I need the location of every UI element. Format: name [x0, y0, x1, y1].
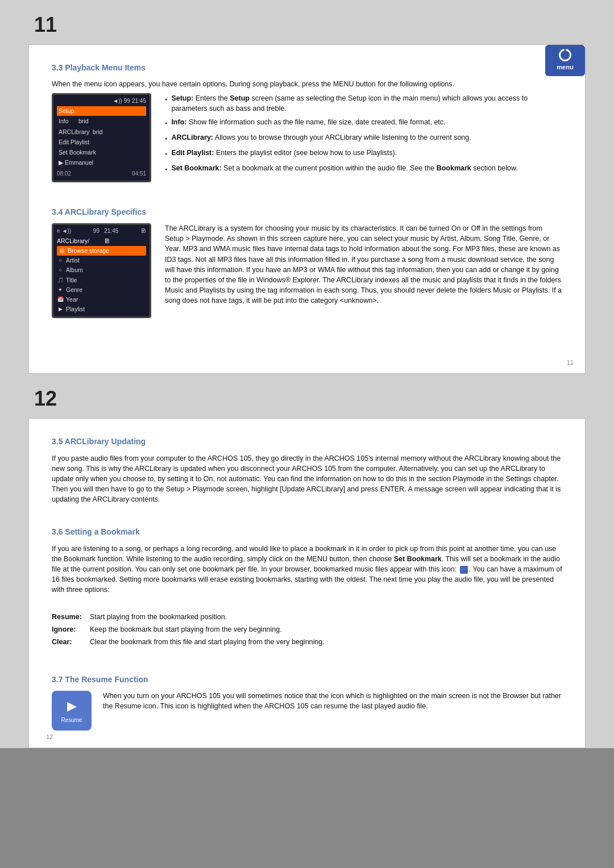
- bullet-dot-3: •: [165, 134, 167, 144]
- arc-item-artist: ○ Artist: [57, 256, 146, 265]
- device-screen-playback: ◄)) 99 21:45 Setup Info brid ARCLibrary …: [52, 93, 151, 182]
- artist-icon: ○: [57, 257, 64, 264]
- power-circle-icon: [559, 49, 571, 61]
- arc-icons: ≡ ◄)): [57, 227, 71, 236]
- arc-item-year: 📅 Year: [57, 295, 146, 304]
- playlist-icon: ▶: [57, 306, 64, 313]
- option-ignore-desc: Keep the bookmark but start playing from…: [90, 624, 282, 635]
- bullet-setbookmark: • Set Bookmark: Set a bookmark at the cu…: [165, 163, 562, 175]
- section-35-title: 3.5 ARCLibrary Updating: [52, 436, 562, 447]
- option-ignore-label: Ignore:: [52, 624, 83, 635]
- page-11-wrapper: 11 3.3 Playback Menu Items When the menu…: [0, 0, 614, 748]
- bookmark-options-table: Resume: Start playing from the bookmarke…: [52, 612, 562, 647]
- menu-item-setup: Setup: [57, 106, 146, 116]
- arc-item-album: ○ Album: [57, 265, 146, 275]
- arc-item-year-label: Year: [66, 295, 78, 304]
- browse-storage-icon: ▤: [59, 248, 65, 254]
- arc-item-title-label: Title: [66, 276, 77, 285]
- arc-item-title: 🎵 Title: [57, 276, 146, 285]
- arc-item-genre-label: Genre: [66, 286, 82, 294]
- bullet-editplaylist: • Edit Playlist: Enters the playlist edi…: [165, 148, 562, 160]
- device-playback-screen: ◄)) 99 21:45 Setup Info brid ARCLibrary …: [52, 93, 151, 182]
- arc-item-playlist: ▶ Playlist: [57, 304, 146, 314]
- status-bar: ◄)) 99 21:45: [57, 97, 146, 106]
- option-clear-desc: Clear the bookmark from this file and st…: [90, 637, 325, 647]
- section-37-text: When you turn on your ARCHOS 105 you wil…: [103, 691, 562, 711]
- bullet-setbookmark-text: Set Bookmark: Set a bookmark at the curr…: [171, 163, 517, 173]
- arc-status-bar: ≡ ◄)) 99 21:45 🖹: [57, 227, 146, 236]
- section-33-intro: When the menu icon appears, you have cer…: [52, 79, 562, 89]
- page-11-bottom-num: 11: [567, 358, 574, 368]
- arc-clock: 99 21:45: [93, 227, 118, 236]
- bullet-dot-1: •: [165, 95, 167, 105]
- section-36-title: 3.6 Setting a Bookmark: [52, 526, 562, 537]
- menu-label: menu: [557, 63, 573, 72]
- playback-time-bar: 08:02 04:51: [57, 170, 146, 178]
- bullet-dot-2: •: [165, 119, 167, 129]
- section-34-row: ≡ ◄)) 99 21:45 🖹 ARCLibrary/ 🖹 ▤ Browse …: [52, 223, 562, 318]
- bullet-info-text: Info: Show file information such as the …: [171, 117, 445, 127]
- arclibrary-device-screen: ≡ ◄)) 99 21:45 🖹 ARCLibrary/ 🖹 ▤ Browse …: [52, 223, 151, 318]
- bookmark-icon: [460, 566, 468, 574]
- arc-extra: 🖹: [140, 227, 146, 236]
- time-elapsed: 08:02: [57, 170, 71, 178]
- time-remaining: 04:51: [132, 170, 146, 178]
- section-36-text: If you are listening to a song, or perha…: [52, 544, 562, 595]
- option-resume-row: Resume: Start playing from the bookmarke…: [52, 612, 562, 622]
- bullet-dot-4: •: [165, 149, 167, 160]
- bullet-dot-5: •: [165, 165, 167, 175]
- section-37-row: ▶ Resume When you turn on your ARCHOS 10…: [52, 691, 562, 731]
- resume-icon-label: Resume: [61, 716, 82, 725]
- section-34-text: The ARCLibrary is a system for choosing …: [165, 223, 562, 315]
- arc-item-playlist-label: Playlist: [66, 305, 85, 314]
- battery-icon: ◄)): [113, 97, 122, 106]
- option-clear-row: Clear: Clear the bookmark from this file…: [52, 637, 562, 647]
- page-11-number: 11: [0, 0, 614, 44]
- arc-item-browse-storage: ▤ Browse storage: [57, 246, 146, 256]
- bullet-arclibrary-text: ARCLibrary: Allows you to browse through…: [171, 132, 471, 143]
- bullet-editplaylist-text: Edit Playlist: Enters the playlist edito…: [171, 148, 397, 158]
- menu-item-emmanuel: ▶ Emmanuel: [57, 158, 146, 168]
- battery-level: 99: [124, 97, 130, 106]
- page-11-content: 3.3 Playback Menu Items When the menu ic…: [28, 44, 586, 374]
- section-divider-3: [52, 598, 562, 606]
- page-12-number: 12: [0, 374, 614, 418]
- arc-item-album-label: Album: [66, 266, 83, 274]
- genre-icon: ✦: [57, 286, 64, 293]
- section-34-title: 3.4 ARCLibrary Specifics: [52, 206, 562, 218]
- section-33-title: 3.3 Playback Menu Items: [52, 62, 562, 73]
- title-icon: 🎵: [57, 277, 64, 283]
- resume-icon-box: ▶ Resume: [52, 691, 92, 731]
- section-35-text: If you paste audio files from your compu…: [52, 453, 562, 505]
- menu-item-setbookmark: Set Bookmark: [57, 148, 146, 157]
- arc-item-artist-label: Artist: [66, 256, 80, 265]
- clock: 21:45: [132, 97, 146, 106]
- bullet-setup-text: Setup: Enters the Setup screen (same as …: [171, 93, 562, 114]
- menu-item-arclibrary: ARCLibrary brid: [57, 127, 146, 137]
- section-33-row: ◄)) 99 21:45 Setup Info brid ARCLibrary …: [52, 93, 562, 182]
- bullet-arclibrary: • ARCLibrary: Allows you to browse throu…: [165, 132, 562, 144]
- page-12-content: 3.5 ARCLibrary Updating If you paste aud…: [28, 418, 586, 748]
- page-12-bottom-num: 12: [46, 733, 53, 742]
- menu-item-editplaylist: Edit Playlist: [57, 137, 146, 147]
- section-33-bullets: • Setup: Enters the Setup screen (same a…: [165, 93, 562, 182]
- arclibrary-screen-container: ≡ ◄)) 99 21:45 🖹 ARCLibrary/ 🖹 ▤ Browse …: [52, 223, 151, 318]
- arc-item-genre: ✦ Genre: [57, 285, 146, 295]
- section-37-title: 3.7 The Resume Function: [52, 674, 562, 685]
- resume-play-icon: ▶: [67, 697, 77, 715]
- album-icon: ○: [57, 267, 64, 274]
- option-clear-label: Clear:: [52, 637, 83, 647]
- option-resume-desc: Start playing from the bookmarked positi…: [90, 612, 227, 622]
- section-divider-1: [52, 188, 562, 196]
- bullet-setup: • Setup: Enters the Setup screen (same a…: [165, 93, 562, 114]
- section-divider-2: [52, 508, 562, 516]
- option-resume-label: Resume:: [52, 612, 83, 622]
- bullet-info: • Info: Show file information such as th…: [165, 117, 562, 129]
- year-icon: 📅: [57, 297, 64, 303]
- menu-item-info: Info brid: [57, 116, 146, 126]
- option-ignore-row: Ignore: Keep the bookmark but start play…: [52, 624, 562, 635]
- arc-path: ARCLibrary/ 🖹: [57, 237, 146, 245]
- arc-item-browse-label: Browse storage: [68, 247, 109, 255]
- menu-icon-image: menu: [545, 45, 585, 76]
- section-divider-4: [52, 656, 562, 663]
